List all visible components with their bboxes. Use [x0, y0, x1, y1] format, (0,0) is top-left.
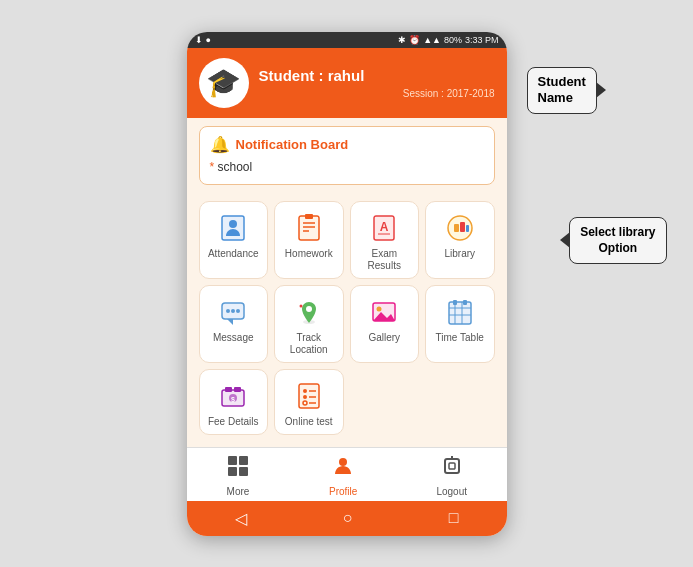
svg-point-1 [229, 220, 237, 228]
svg-point-17 [231, 309, 235, 313]
empty-cell-2 [425, 369, 495, 435]
menu-section: Attendance Homework [187, 193, 507, 447]
svg-rect-30 [453, 300, 457, 305]
online-test-icon [293, 380, 325, 412]
notification-header: 🔔 Notification Board [210, 135, 484, 154]
student-name-annotation: StudentName [527, 67, 597, 115]
message-label: Message [213, 332, 254, 344]
attendance-icon [217, 212, 249, 244]
svg-rect-25 [449, 302, 471, 324]
track-location-icon [293, 296, 325, 328]
svg-point-23 [377, 306, 382, 311]
gallery-icon [368, 296, 400, 328]
svg-rect-13 [466, 225, 469, 232]
status-bar-right: ✱ ⏰ ▲▲ 80% 3:33 PM [398, 35, 498, 45]
menu-item-library[interactable]: Library [425, 201, 495, 279]
svg-point-20 [306, 306, 312, 312]
svg-rect-46 [228, 467, 237, 476]
svg-rect-35 [225, 387, 232, 392]
fee-details-label: Fee Details [208, 416, 259, 428]
menu-item-gallery[interactable]: Gallery [350, 285, 420, 363]
recent-button[interactable]: □ [449, 509, 459, 527]
svg-point-38 [303, 389, 307, 393]
header-info: Student : rahul Session : 2017-2018 [259, 67, 495, 99]
phone-frame: ⬇ ● ✱ ⏰ ▲▲ 80% 3:33 PM 🎓 Student : rahul… [187, 32, 507, 536]
session-label: Session : 2017-2018 [259, 88, 495, 99]
gallery-label: Gallery [368, 332, 400, 344]
svg-point-48 [339, 458, 347, 466]
signal-icon: ▲▲ [423, 35, 441, 45]
nav-profile[interactable]: Profile [329, 454, 357, 497]
svg-point-40 [303, 395, 307, 399]
menu-item-online-test[interactable]: Online test [274, 369, 344, 435]
notification-icon: 🔔 [210, 135, 230, 154]
svg-rect-47 [239, 467, 248, 476]
svg-rect-49 [445, 459, 459, 473]
svg-rect-45 [239, 456, 248, 465]
svg-rect-12 [460, 222, 465, 232]
more-icon [226, 454, 250, 484]
svg-point-21 [299, 304, 302, 307]
svg-rect-37 [299, 384, 319, 408]
menu-item-attendance[interactable]: Attendance [199, 201, 269, 279]
empty-cell-1 [350, 369, 420, 435]
online-test-label: Online test [285, 416, 333, 428]
svg-text:A: A [380, 220, 389, 234]
android-nav: ◁ ○ □ [187, 501, 507, 536]
menu-item-fee-details[interactable]: $ Fee Details [199, 369, 269, 435]
svg-point-16 [226, 309, 230, 313]
logout-icon [440, 454, 464, 484]
nav-more[interactable]: More [226, 454, 250, 497]
time-table-label: Time Table [436, 332, 484, 344]
nav-logout[interactable]: Logout [436, 454, 467, 497]
menu-item-track-location[interactable]: Track Location [274, 285, 344, 363]
back-button[interactable]: ◁ [235, 509, 247, 528]
library-icon [444, 212, 476, 244]
message-icon [217, 296, 249, 328]
bluetooth-icon: ✱ [398, 35, 406, 45]
attendance-label: Attendance [208, 248, 259, 260]
student-name: Student : rahul [259, 67, 495, 84]
svg-text:$: $ [231, 396, 235, 404]
svg-rect-36 [234, 387, 241, 392]
home-button[interactable]: ○ [343, 509, 353, 527]
battery-icon: 80% [444, 35, 462, 45]
menu-item-homework[interactable]: Homework [274, 201, 344, 279]
notification-section: 🔔 Notification Board school [187, 118, 507, 193]
avatar: 🎓 [199, 58, 249, 108]
menu-item-time-table[interactable]: Time Table [425, 285, 495, 363]
homework-icon [293, 212, 325, 244]
notification-board: 🔔 Notification Board school [199, 126, 495, 185]
fee-details-icon: $ [217, 380, 249, 412]
svg-rect-50 [449, 463, 455, 469]
avatar-icon: 🎓 [206, 66, 241, 99]
time-table-icon [444, 296, 476, 328]
svg-rect-2 [299, 216, 319, 240]
notification-item: school [210, 158, 484, 176]
status-bar-left: ⬇ ● [195, 35, 211, 45]
logout-label: Logout [436, 486, 467, 497]
svg-rect-6 [305, 214, 313, 219]
alarm-icon: ⏰ [409, 35, 420, 45]
svg-rect-11 [454, 224, 459, 232]
bottom-nav: More Profile [187, 447, 507, 501]
exam-results-label: Exam Results [355, 248, 415, 272]
notification-title: Notification Board [236, 137, 349, 152]
svg-marker-15 [227, 319, 233, 325]
profile-label: Profile [329, 486, 357, 497]
profile-icon [331, 454, 355, 484]
header: 🎓 Student : rahul Session : 2017-2018 [187, 48, 507, 118]
library-annotation: Select libraryOption [569, 217, 666, 265]
svg-rect-31 [463, 300, 467, 305]
menu-item-message[interactable]: Message [199, 285, 269, 363]
homework-label: Homework [285, 248, 333, 260]
whatsapp-icon: ● [206, 35, 211, 45]
svg-point-18 [236, 309, 240, 313]
exam-results-icon: A [368, 212, 400, 244]
track-location-label: Track Location [279, 332, 339, 356]
menu-item-exam-results[interactable]: A Exam Results [350, 201, 420, 279]
time-display: 3:33 PM [465, 35, 499, 45]
more-label: More [227, 486, 250, 497]
library-label: Library [444, 248, 475, 260]
svg-rect-44 [228, 456, 237, 465]
